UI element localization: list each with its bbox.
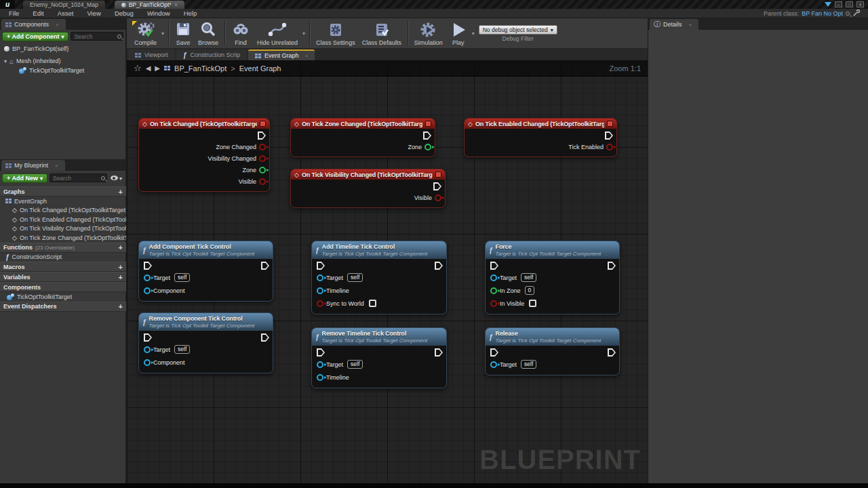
sync-to-world-checkbox[interactable] [369, 300, 376, 307]
tab-my-blueprint[interactable]: My Blueprint × [1, 160, 65, 171]
tab-construction-script[interactable]: Construction Scrip [176, 49, 247, 60]
target-value[interactable]: self [347, 360, 363, 369]
minimize-button[interactable]: ─ [835, 1, 842, 7]
maximize-button[interactable]: □ [846, 1, 853, 7]
tree-item-mesh[interactable]: Mesh (Inherited) [0, 56, 125, 66]
breadcrumb-current[interactable]: Event Graph [239, 64, 281, 73]
add-graph-icon[interactable] [119, 188, 123, 196]
exec-out-pin[interactable] [433, 182, 441, 190]
list-item-event[interactable]: On Tick Zone Changed (TickOptToolkitTa [0, 233, 126, 243]
simulation-button[interactable]: Simulation [411, 19, 446, 47]
components-section-header[interactable]: Components [0, 282, 126, 292]
asset-tab-map[interactable]: Enemy_NoOpt_1024_Map [23, 1, 105, 9]
close-icon[interactable]: × [689, 22, 692, 28]
add-function-icon[interactable] [119, 243, 123, 251]
delegate-pin[interactable] [607, 121, 613, 127]
delegate-pin[interactable] [425, 121, 431, 127]
bookmark-star-icon[interactable] [134, 63, 142, 73]
menu-window[interactable]: Window [141, 9, 176, 18]
breadcrumb-root[interactable]: BP_FanTickOpt [174, 64, 226, 73]
close-tab-icon[interactable] [174, 1, 178, 8]
forward-icon[interactable] [155, 64, 160, 72]
delegate-pin[interactable] [435, 171, 441, 178]
close-window-button[interactable]: ✕ [856, 1, 864, 7]
exec-out-pin[interactable] [258, 131, 266, 140]
object-in-pin[interactable] [317, 287, 323, 294]
tab-event-graph[interactable]: Event Graph × [248, 49, 315, 60]
exec-in-pin[interactable] [144, 262, 152, 270]
tab-components[interactable]: Components × [1, 19, 66, 30]
target-value[interactable]: self [174, 273, 190, 282]
target-value[interactable]: self [521, 360, 536, 369]
node-add-timeline-tick-control[interactable]: Add Timeline Tick Control Target is Tick… [311, 241, 447, 314]
event-dispatchers-header[interactable]: Event Dispatchers [0, 302, 126, 312]
int-out-pin[interactable] [259, 167, 266, 174]
node-on-tick-changed[interactable]: On Tick Changed (TickOptToolkitTarget) Z… [138, 118, 270, 192]
variables-header[interactable]: Variables [0, 272, 126, 282]
save-button[interactable]: Save [172, 19, 195, 47]
node-on-tick-visibility-changed[interactable]: On Tick Visibility Changed (TickOptToolk… [290, 169, 446, 208]
bool-out-pin[interactable] [259, 178, 266, 185]
exec-out-pin[interactable] [435, 348, 443, 357]
exec-in-pin[interactable] [144, 333, 152, 342]
edit-parent-icon[interactable] [852, 9, 860, 17]
macros-header[interactable]: Macros [0, 262, 126, 272]
graphs-header[interactable]: Graphs [0, 186, 126, 197]
exec-out-pin[interactable] [423, 131, 431, 140]
class-defaults-button[interactable]: Class Defaults [359, 19, 405, 47]
node-release[interactable]: Release Target is Tick Opt Toolkit Targe… [485, 327, 620, 375]
exec-in-pin[interactable] [317, 348, 325, 357]
menu-file[interactable]: File [3, 9, 25, 18]
list-item-event[interactable]: On Tick Enabled Changed (TickOptToolki [0, 215, 126, 224]
menu-help[interactable]: Help [178, 9, 203, 18]
exec-out-pin[interactable] [608, 348, 616, 357]
delegate-pin[interactable] [260, 121, 266, 127]
object-in-pin[interactable] [144, 287, 151, 294]
in-visible-checkbox[interactable] [529, 300, 536, 307]
menu-debug[interactable]: Debug [108, 9, 140, 18]
browse-button[interactable]: Browse [195, 19, 222, 47]
bool-out-pin[interactable] [259, 144, 266, 150]
dropdown-arrow-icon[interactable] [825, 2, 831, 7]
exec-out-pin[interactable] [608, 262, 616, 270]
debug-object-dropdown[interactable]: No debug object selected [479, 25, 557, 35]
bool-out-pin[interactable] [606, 144, 613, 150]
bool-in-pin[interactable] [317, 300, 323, 307]
bool-out-pin[interactable] [259, 155, 266, 162]
add-macro-icon[interactable] [119, 263, 123, 271]
list-item-event[interactable]: On Tick Visibility Changed (TickOptToolk… [0, 224, 126, 234]
node-header[interactable]: Add Timeline Tick Control Target is Tick… [312, 241, 446, 259]
components-search-input[interactable] [71, 32, 123, 41]
my-blueprint-search-input[interactable] [50, 174, 107, 182]
object-in-pin[interactable] [144, 346, 151, 353]
find-parent-icon[interactable] [846, 12, 850, 16]
node-header[interactable]: Force Target is Tick Opt Toolkit Target … [486, 241, 619, 259]
node-force[interactable]: Force Target is Tick Opt Toolkit Target … [485, 241, 620, 314]
event-graph-canvas[interactable]: BP_FanTickOpt > Event Graph Zoom 1:1 On … [127, 60, 648, 483]
back-icon[interactable] [146, 64, 151, 72]
node-header[interactable]: Release Target is Tick Opt Toolkit Targe… [486, 328, 619, 346]
list-item-event[interactable]: On Tick Changed (TickOptToolkitTarget) [0, 206, 126, 216]
menu-edit[interactable]: Edit [26, 9, 50, 18]
play-options-icon[interactable] [471, 30, 476, 37]
visibility-filter-button[interactable] [109, 175, 123, 182]
exec-out-pin[interactable] [261, 262, 269, 270]
exec-in-pin[interactable] [490, 262, 498, 270]
node-header[interactable]: On Tick Changed (TickOptToolkitTarget) [139, 119, 269, 129]
exec-in-pin[interactable] [490, 348, 498, 357]
functions-header[interactable]: Functions (23 Overridable) [0, 243, 126, 253]
tree-item-target[interactable]: TickOptToolkitTarget [0, 66, 125, 75]
object-in-pin[interactable] [144, 274, 151, 281]
add-variable-icon[interactable] [119, 273, 123, 281]
node-on-tick-zone-changed[interactable]: On Tick Zone Changed (TickOptToolkitTarg… [290, 118, 435, 157]
exec-out-pin[interactable] [261, 333, 269, 342]
int-in-pin[interactable] [490, 287, 497, 294]
object-in-pin[interactable] [490, 274, 497, 281]
object-in-pin[interactable] [317, 374, 323, 381]
bool-out-pin[interactable] [435, 195, 441, 201]
object-in-pin[interactable] [490, 361, 497, 368]
node-header[interactable]: Remove Component Tick Control Target is … [139, 313, 273, 331]
compile-options-icon[interactable] [160, 30, 165, 37]
close-icon[interactable]: × [304, 53, 308, 59]
tree-item-root[interactable]: BP_FanTickOpt(self) [0, 44, 125, 54]
